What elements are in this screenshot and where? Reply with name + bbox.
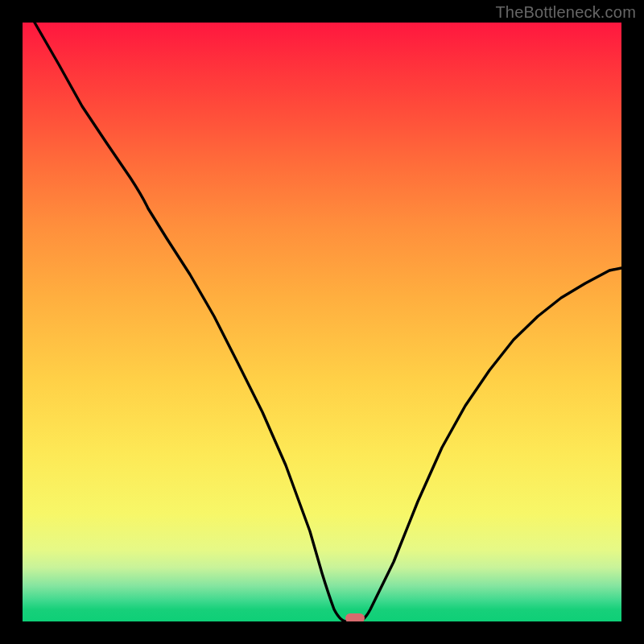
bottleneck-marker [345, 613, 365, 621]
plot-area [23, 23, 621, 621]
heat-gradient-background [23, 23, 621, 621]
chart-stage: TheBottleneck.com [0, 0, 644, 644]
watermark-text: TheBottleneck.com [495, 3, 636, 22]
